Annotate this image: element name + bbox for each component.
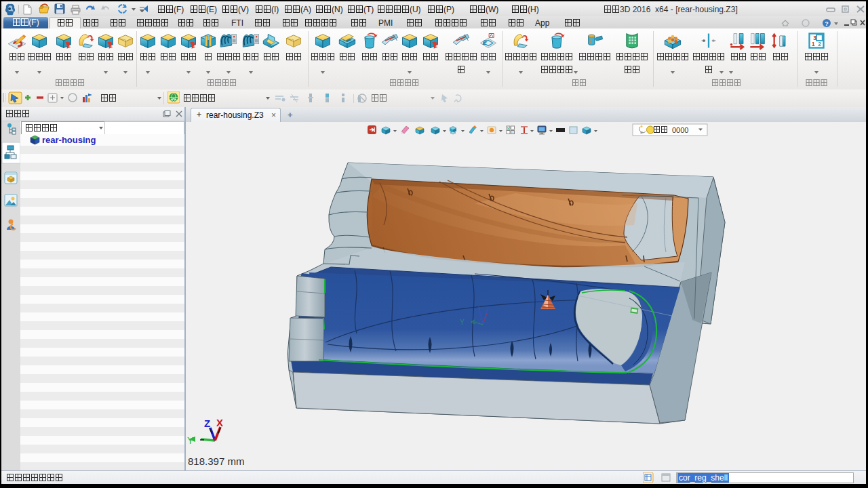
svg-text:Y: Y	[187, 435, 194, 446]
svg-text:0000: 0000	[672, 126, 688, 134]
svg-text:?: ?	[825, 20, 829, 27]
svg-text:Y: Y	[460, 319, 465, 326]
svg-text:Z: Z	[204, 418, 210, 429]
svg-text:X: X	[216, 417, 223, 428]
